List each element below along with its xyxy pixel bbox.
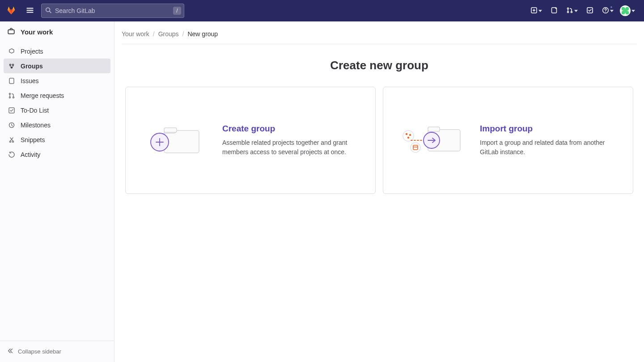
notification-dot-icon	[610, 5, 613, 9]
sidebar-header[interactable]: Your work	[0, 21, 114, 42]
panel-title: Import group	[480, 124, 620, 134]
topbar: /	[0, 0, 644, 21]
svg-rect-19	[9, 78, 14, 84]
svg-rect-15	[8, 29, 14, 34]
svg-point-38	[411, 143, 420, 152]
sidebar-nav: Projects Groups Issues	[0, 42, 114, 341]
sidebar-item-label: Projects	[21, 48, 43, 55]
create-group-panel[interactable]: Create group Assemble related projects t…	[125, 87, 376, 194]
sidebar-item-label: Merge requests	[21, 92, 64, 99]
work-icon	[7, 27, 15, 37]
svg-point-35	[406, 133, 407, 135]
svg-point-21	[9, 97, 11, 98]
svg-point-37	[407, 137, 409, 139]
import-group-panel[interactable]: Import group Import a group and related …	[383, 87, 633, 194]
breadcrumb-separator-icon: /	[182, 30, 184, 38]
svg-rect-28	[164, 128, 177, 132]
main-menu-button[interactable]	[22, 3, 38, 18]
todo-icon	[8, 107, 15, 114]
create-new-menu[interactable]	[529, 3, 544, 18]
svg-point-11	[571, 11, 572, 13]
sidebar-item-label: Activity	[21, 151, 40, 158]
sidebar-item-milestones[interactable]: Milestones	[4, 118, 110, 132]
sidebar-item-snippets[interactable]: Snippets	[4, 132, 110, 147]
panel-description: Import a group and related data from ano…	[480, 138, 620, 157]
sidebar: Your work Projects Groups	[0, 21, 114, 362]
hamburger-icon	[26, 6, 34, 16]
sidebar-title: Your work	[21, 28, 53, 36]
svg-point-10	[567, 11, 568, 13]
svg-rect-27	[164, 130, 199, 153]
avatar	[620, 5, 631, 16]
svg-point-14	[605, 11, 606, 12]
merge-requests-menu[interactable]	[564, 3, 580, 18]
svg-point-34	[403, 130, 414, 141]
svg-point-22	[13, 97, 14, 98]
chevron-down-icon	[610, 10, 614, 12]
merge-request-icon	[8, 92, 15, 99]
collapse-sidebar-button[interactable]: Collapse sidebar	[0, 341, 114, 362]
search-field[interactable]: /	[41, 4, 184, 18]
import-group-illustration-icon	[396, 118, 467, 163]
sidebar-item-groups[interactable]: Groups	[4, 59, 110, 73]
search-icon	[45, 7, 51, 15]
breadcrumb-item[interactable]: Your work	[122, 30, 149, 38]
collapse-sidebar-label: Collapse sidebar	[18, 348, 61, 355]
breadcrumb-separator-icon: /	[153, 30, 155, 38]
sidebar-item-label: Issues	[21, 77, 38, 84]
group-icon	[8, 63, 15, 70]
milestone-icon	[8, 122, 15, 129]
help-menu[interactable]	[600, 3, 615, 18]
chevron-down-icon	[538, 10, 542, 12]
issues-icon	[551, 7, 558, 15]
sidebar-item-label: Milestones	[21, 122, 51, 129]
todo-icon	[586, 7, 593, 15]
svg-point-9	[567, 8, 568, 9]
breadcrumb-item-current: New group	[187, 30, 218, 38]
page-title: Create new group	[122, 59, 637, 72]
svg-point-36	[409, 134, 411, 136]
help-icon	[602, 7, 609, 15]
sidebar-item-label: Groups	[21, 63, 43, 70]
breadcrumb: Your work / Groups / New group	[122, 29, 637, 44]
breadcrumb-item[interactable]: Groups	[158, 30, 179, 38]
chevron-down-icon	[631, 10, 635, 12]
sidebar-item-merge-requests[interactable]: Merge requests	[4, 88, 110, 103]
search-shortcut-badge: /	[173, 7, 181, 15]
panel-title: Create group	[222, 124, 363, 134]
create-group-illustration-icon	[138, 118, 210, 163]
activity-icon	[8, 151, 15, 158]
sidebar-item-activity[interactable]: Activity	[4, 147, 110, 162]
sidebar-item-label: Snippets	[21, 136, 45, 143]
topbar-right	[529, 3, 637, 18]
issues-shortcut[interactable]	[547, 3, 562, 18]
svg-rect-33	[428, 127, 440, 131]
option-cards: Create group Assemble related projects t…	[122, 87, 637, 194]
panel-description: Assemble related projects together and g…	[222, 138, 363, 157]
svg-line-4	[50, 11, 51, 13]
main-content: Your work / Groups / New group Create ne…	[114, 21, 644, 362]
search-input[interactable]	[42, 4, 184, 17]
sidebar-item-issues[interactable]: Issues	[4, 73, 110, 88]
svg-point-20	[9, 93, 11, 94]
sidebar-item-label: To-Do List	[21, 107, 49, 114]
todo-shortcut[interactable]	[582, 3, 597, 18]
chevron-double-left-icon	[7, 348, 13, 355]
plus-square-icon	[530, 7, 538, 15]
user-menu[interactable]	[618, 3, 637, 18]
sidebar-item-projects[interactable]: Projects	[4, 44, 110, 59]
snippets-icon	[8, 136, 15, 143]
gitlab-logo-button[interactable]	[4, 3, 19, 18]
sidebar-item-todo[interactable]: To-Do List	[4, 103, 110, 118]
issues-icon	[8, 77, 15, 84]
chevron-down-icon	[574, 10, 578, 12]
project-icon	[8, 48, 15, 55]
merge-request-icon	[566, 7, 573, 15]
gitlab-logo-icon	[6, 5, 16, 17]
